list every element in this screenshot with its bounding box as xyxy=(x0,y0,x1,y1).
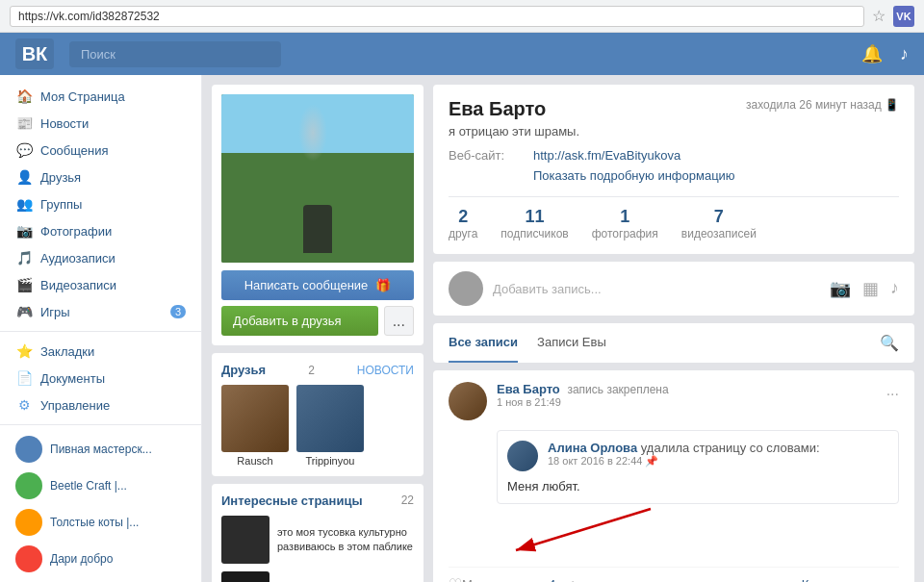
interesting-item-1[interactable]: BDSM_HOME 18+ xyxy=(221,571,414,582)
profile-stats: 2 друга 11 подписчиков 1 фотография 7 xyxy=(449,196,899,240)
sidebar-item-messages[interactable]: 💬 Сообщения xyxy=(0,137,201,164)
search-input[interactable] xyxy=(69,41,281,67)
games-badge: 3 xyxy=(170,305,186,318)
website-link[interactable]: http://ask.fm/EvaBityukova xyxy=(533,148,680,163)
sidebar-item-groups[interactable]: 👥 Группы xyxy=(0,190,201,217)
sidebar-group-4[interactable]: "ВСЕМ НА СВЕТЕ... xyxy=(0,577,201,582)
audio-icon: 🎵 xyxy=(15,250,33,266)
like-label-0[interactable]: Мне нравится xyxy=(462,577,543,582)
interesting-count: 22 xyxy=(401,493,414,508)
sidebar-item-video[interactable]: 🎬 Видеозаписи xyxy=(0,271,201,298)
sidebar-item-audio[interactable]: 🎵 Аудиозаписи xyxy=(0,244,201,271)
friends-news-link[interactable]: НОВОСТИ xyxy=(357,364,414,377)
sidebar-item-management[interactable]: ⚙ Управление xyxy=(0,392,201,418)
friend-avatar-1 xyxy=(296,385,364,452)
gift-icon[interactable]: 🎁 xyxy=(375,278,391,292)
friend-item-1[interactable]: Trippinyou xyxy=(296,385,364,467)
extension-icon[interactable]: VK xyxy=(893,6,914,27)
sidebar-label-games: Игры xyxy=(40,305,70,319)
sidebar-label-audio: Аудиозаписи xyxy=(40,251,116,266)
music-icon[interactable]: ♪ xyxy=(900,44,909,64)
sidebar-item-docs[interactable]: 📄 Документы xyxy=(0,365,201,392)
red-arrow-container xyxy=(497,504,899,557)
sidebar-item-news[interactable]: 📰 Новости xyxy=(0,110,201,137)
post-time-0: 1 ноя в 21:49 xyxy=(497,396,877,408)
post-meta-0: Ева Барто запись закреплена 1 ноя в 21:4… xyxy=(497,382,877,408)
repost-pin-icon: 📌 xyxy=(645,455,658,467)
url-input[interactable]: https://vk.com/id382872532 xyxy=(10,6,864,27)
news-icon: 📰 xyxy=(15,115,33,131)
like-icon-0[interactable]: ♡ xyxy=(449,575,462,582)
write-message-button[interactable]: Написать сообщение 🎁 xyxy=(221,270,414,300)
profile-website-row: Веб-сайт: http://ask.fm/EvaBityukova xyxy=(449,148,899,163)
show-more-link[interactable]: Показать подробную информацию xyxy=(533,168,899,183)
post-box: Добавить запись... 📷 ▦ ♪ xyxy=(433,262,914,316)
message-button-label: Написать сообщение xyxy=(244,278,369,292)
interesting-header: Интересные страницы 22 xyxy=(221,493,414,508)
sidebar-item-friends[interactable]: 👤 Друзья xyxy=(0,164,201,190)
stat-followers-label: подписчиков xyxy=(500,227,568,240)
profile-photo[interactable] xyxy=(221,94,414,263)
interesting-title: Интересные страницы xyxy=(221,493,363,508)
repost-author-name-0[interactable]: Алина Орлова xyxy=(548,441,637,455)
main-layout: 🏠 Моя Страница 📰 Новости 💬 Сообщения 👤 Д… xyxy=(0,75,924,582)
sidebar-item-photos[interactable]: 📷 Фотографии xyxy=(0,217,201,244)
post-input-placeholder[interactable]: Добавить запись... xyxy=(493,282,820,296)
post-pinned-label-0: запись закреплена xyxy=(567,383,668,396)
sidebar-item-mypage[interactable]: 🏠 Моя Страница xyxy=(0,83,201,110)
sidebar-group-3[interactable]: Дари добро xyxy=(0,541,201,577)
friends-section: Друзья 2 НОВОСТИ Rausch Trippinyou xyxy=(212,353,424,476)
comment-button-0[interactable]: Комментировать xyxy=(802,577,899,582)
website-label: Веб-сайт: xyxy=(449,148,526,163)
wall-search-icon[interactable]: 🔍 xyxy=(880,334,899,352)
stat-followers[interactable]: 11 подписчиков xyxy=(500,207,568,240)
sidebar-item-games[interactable]: 🎮 Игры 3 xyxy=(0,298,201,325)
post-more-button-0[interactable]: ... xyxy=(886,382,899,399)
tab-user-posts[interactable]: Записи Евы xyxy=(537,323,606,363)
post-camera-icon[interactable]: 📷 xyxy=(830,278,851,299)
sidebar-label-bookmarks: Закладки xyxy=(40,344,94,359)
group-name-1: Beetle Craft |... xyxy=(50,479,127,493)
share-icon-0[interactable]: ◁ xyxy=(563,577,574,583)
group-name-2: Толстые коты |... xyxy=(50,516,139,529)
friend-item-0[interactable]: Rausch xyxy=(221,385,289,467)
video-icon: 🎬 xyxy=(15,277,33,292)
stat-videos-label: видеозаписей xyxy=(681,227,757,240)
group-avatar-2 xyxy=(15,509,42,536)
group-avatar-3 xyxy=(15,545,42,572)
friend-name-1: Trippinyou xyxy=(296,455,364,467)
sidebar-group-0[interactable]: Пивная мастерск... xyxy=(0,431,201,468)
sidebar-item-bookmarks[interactable]: ⭐ Закладки xyxy=(0,338,201,365)
bookmark-icon[interactable]: ☆ xyxy=(872,7,886,25)
stat-friends[interactable]: 2 друга xyxy=(449,207,477,240)
vk-logo[interactable]: ВК xyxy=(15,38,54,69)
post-box-avatar xyxy=(449,271,483,306)
add-friend-button[interactable]: Добавить в друзья xyxy=(221,306,378,336)
post-box-actions: 📷 ▦ ♪ xyxy=(830,278,899,299)
stat-videos[interactable]: 7 видеозаписей xyxy=(681,207,757,240)
post-author-name-0[interactable]: Ева Барто xyxy=(497,382,560,396)
sidebar-group-1[interactable]: Beetle Craft |... xyxy=(0,468,201,504)
profile-info-panel: Ева Барто заходила 26 минут назад 📱 я от… xyxy=(433,85,914,582)
post-author-avatar-0[interactable] xyxy=(449,382,487,420)
wall-tabs: Все записи Записи Евы 🔍 xyxy=(433,323,914,363)
post-footer-0: ♡ Мне нравится 4 ◁ Комментировать xyxy=(449,567,899,582)
friends-grid: Rausch Trippinyou xyxy=(221,385,414,467)
red-arrow-svg xyxy=(497,504,689,557)
more-options-button[interactable]: ... xyxy=(384,306,414,336)
interesting-item-0[interactable]: это моя тусовка культурно развиваюсь в э… xyxy=(221,516,414,564)
sidebar-group-2[interactable]: Толстые коты |... xyxy=(0,504,201,541)
post-music-icon[interactable]: ♪ xyxy=(890,278,899,299)
add-friend-label: Добавить в друзья xyxy=(233,314,342,328)
sidebar: 🏠 Моя Страница 📰 Новости 💬 Сообщения 👤 Д… xyxy=(0,75,202,582)
profile-name-row: Ева Барто заходила 26 минут назад 📱 xyxy=(449,98,899,120)
sidebar-label-groups: Группы xyxy=(40,197,82,212)
post-grid-icon[interactable]: ▦ xyxy=(862,278,879,299)
messages-icon: 💬 xyxy=(15,142,33,158)
repost-avatar-0[interactable] xyxy=(507,441,538,471)
tab-all-posts[interactable]: Все записи xyxy=(449,323,518,363)
stat-photos[interactable]: 1 фотография xyxy=(592,207,658,240)
post-header-0: Ева Барто запись закреплена 1 ноя в 21:4… xyxy=(449,382,899,420)
interesting-avatar-0 xyxy=(221,516,270,564)
notifications-icon[interactable]: 🔔 xyxy=(861,43,883,64)
